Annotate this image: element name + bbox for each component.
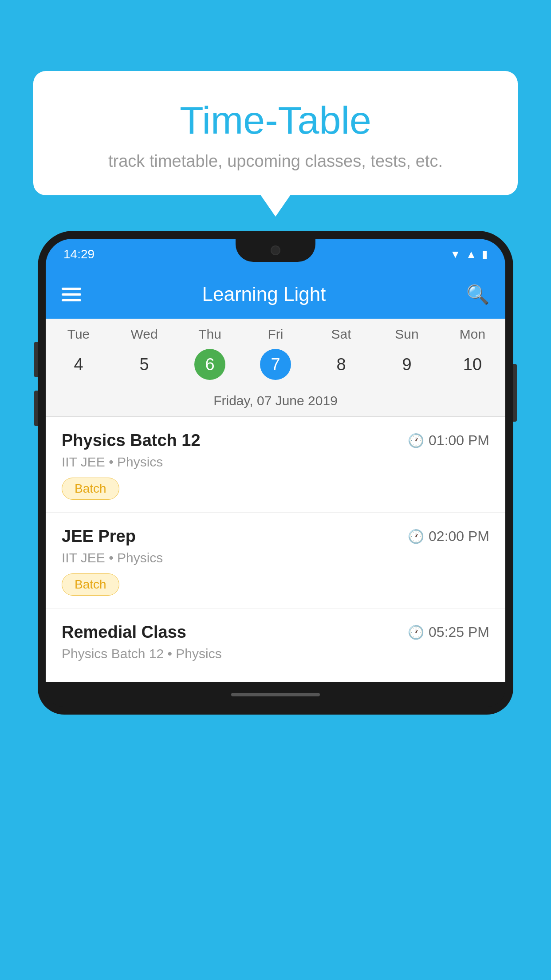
- schedule-list: Physics Batch 12 🕐 01:00 PM IIT JEE • Ph…: [46, 417, 505, 682]
- hamburger-line-1: [62, 288, 81, 290]
- camera-dot: [271, 245, 280, 255]
- day-sat[interactable]: Sat: [308, 327, 374, 342]
- class-time-2: 🕐 02:00 PM: [408, 528, 489, 545]
- class-meta-2: IIT JEE • Physics: [62, 550, 489, 565]
- date-7[interactable]: 7: [243, 349, 308, 380]
- selected-date-label: Friday, 07 June 2019: [46, 388, 505, 417]
- notch: [236, 239, 315, 262]
- time-value-2: 02:00 PM: [429, 528, 489, 545]
- battery-icon: ▮: [482, 248, 488, 261]
- schedule-item-1[interactable]: Physics Batch 12 🕐 01:00 PM IIT JEE • Ph…: [46, 417, 505, 513]
- day-thu[interactable]: Thu: [177, 327, 243, 342]
- status-time: 14:29: [63, 247, 94, 261]
- bubble-subtitle: track timetable, upcoming classes, tests…: [60, 152, 491, 171]
- day-wed[interactable]: Wed: [111, 327, 177, 342]
- day-sun[interactable]: Sun: [374, 327, 440, 342]
- day-mon[interactable]: Mon: [440, 327, 505, 342]
- clock-icon-2: 🕐: [408, 529, 424, 544]
- date-6[interactable]: 6: [177, 349, 243, 380]
- class-time-3: 🕐 05:25 PM: [408, 624, 489, 640]
- app-title: Learning Light: [94, 283, 433, 305]
- class-name-1: Physics Batch 12: [62, 431, 201, 450]
- date-4[interactable]: 4: [46, 349, 111, 380]
- class-time-1: 🕐 01:00 PM: [408, 432, 489, 449]
- time-value-1: 01:00 PM: [429, 432, 489, 449]
- batch-badge-2: Batch: [62, 573, 119, 596]
- date-9[interactable]: 9: [374, 349, 440, 380]
- hamburger-line-2: [62, 293, 81, 296]
- date-5[interactable]: 5: [111, 349, 177, 380]
- volume-up-button: [34, 342, 38, 377]
- wifi-icon: ▼: [450, 248, 460, 261]
- hamburger-line-3: [62, 299, 81, 301]
- batch-badge-1: Batch: [62, 478, 119, 500]
- clock-icon-1: 🕐: [408, 433, 424, 448]
- phone-bottom-bar: [46, 682, 505, 707]
- status-bar: 14:29 ▼ ▲ ▮: [46, 239, 505, 270]
- day-tue[interactable]: Tue: [46, 327, 111, 342]
- date-8[interactable]: 8: [308, 349, 374, 380]
- phone-mockup: 14:29 ▼ ▲ ▮ Learning Light 🔍: [38, 231, 513, 980]
- schedule-item-2[interactable]: JEE Prep 🕐 02:00 PM IIT JEE • Physics Ba…: [46, 513, 505, 609]
- power-button: [513, 364, 517, 422]
- date-10[interactable]: 10: [440, 349, 505, 380]
- class-name-2: JEE Prep: [62, 527, 136, 546]
- schedule-item-3[interactable]: Remedial Class 🕐 05:25 PM Physics Batch …: [46, 609, 505, 682]
- status-icons: ▼ ▲ ▮: [450, 248, 488, 261]
- phone-outer-frame: 14:29 ▼ ▲ ▮ Learning Light 🔍: [38, 231, 513, 715]
- calendar-section: Tue Wed Thu Fri Sat Sun: [46, 319, 505, 417]
- class-meta-1: IIT JEE • Physics: [62, 454, 489, 470]
- app-bar: Learning Light 🔍: [46, 270, 505, 319]
- bubble-title: Time-Table: [60, 98, 491, 143]
- signal-icon: ▲: [466, 248, 476, 261]
- search-icon[interactable]: 🔍: [466, 284, 489, 305]
- phone-screen: 14:29 ▼ ▲ ▮ Learning Light 🔍: [46, 239, 505, 707]
- schedule-item-top-3: Remedial Class 🕐 05:25 PM: [62, 623, 489, 642]
- speech-bubble: Time-Table track timetable, upcoming cla…: [33, 71, 518, 195]
- class-name-3: Remedial Class: [62, 623, 186, 642]
- home-bar: [231, 693, 320, 696]
- volume-down-button: [34, 391, 38, 426]
- class-meta-3: Physics Batch 12 • Physics: [62, 646, 489, 661]
- clock-icon-3: 🕐: [408, 624, 424, 640]
- schedule-item-top-1: Physics Batch 12 🕐 01:00 PM: [62, 431, 489, 450]
- days-header: Tue Wed Thu Fri Sat Sun: [46, 319, 505, 345]
- schedule-item-top-2: JEE Prep 🕐 02:00 PM: [62, 527, 489, 546]
- tooltip-area: Time-Table track timetable, upcoming cla…: [33, 71, 518, 195]
- time-value-3: 05:25 PM: [429, 624, 489, 640]
- dates-row: 4 5 6 7 8 9: [46, 345, 505, 388]
- hamburger-menu-button[interactable]: [62, 288, 81, 301]
- day-fri[interactable]: Fri: [243, 327, 308, 342]
